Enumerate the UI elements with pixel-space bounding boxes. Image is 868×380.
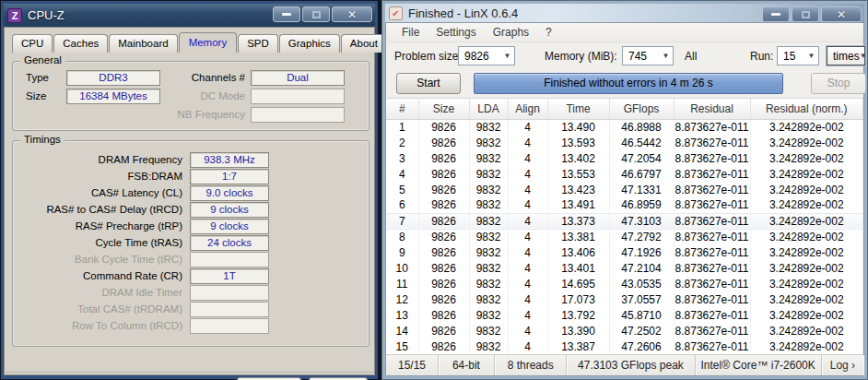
run-combobox[interactable]: 15 ▼ — [777, 46, 819, 65]
linx-toolbar: Problem size: 9826 ▼ Memory (MiB): 745 ▼… — [386, 42, 863, 70]
timing-row: DRAM Frequency938.3 MHz — [13, 152, 369, 169]
tab-cpu[interactable]: CPU — [12, 34, 53, 53]
table-row[interactable]: 298269832413.59346.54428.873627e-0113.24… — [386, 135, 863, 150]
table-row[interactable]: 1098269832413.40147.21048.873627e-0113.2… — [386, 260, 863, 276]
cpuz-close-button[interactable]: ✕ — [332, 6, 372, 22]
timing-row: Bank Cycle Time (tRC) — [13, 252, 369, 268]
table-cell: 8.873627e-011 — [674, 150, 750, 166]
table-cell: 8 — [386, 229, 418, 244]
table-cell: 17.073 — [547, 291, 609, 307]
table-cell: 3.242892e-002 — [750, 323, 863, 338]
cpuz-minimize-button[interactable] — [273, 6, 300, 22]
table-row[interactable]: 898269832413.38147.27928.873627e-0113.24… — [386, 229, 863, 244]
timing-row: Row To Column (tRCD) — [13, 318, 369, 335]
table-cell: 5 — [386, 182, 418, 197]
table-cell: 3.242892e-002 — [750, 150, 863, 166]
column-header[interactable]: Time — [547, 99, 609, 119]
close-icon: ✕ — [837, 9, 846, 20]
timing-row: RAS# to CAS# Delay (tRCD)9 clocks — [13, 202, 369, 219]
table-row[interactable]: 698269832413.49146.89598.873627e-0113.24… — [386, 197, 863, 213]
column-header[interactable]: Residual — [674, 99, 750, 119]
linx-close-button[interactable]: ✕ — [821, 6, 862, 22]
linx-maximize-button[interactable] — [792, 6, 819, 22]
timing-value — [190, 285, 269, 301]
menu-file[interactable]: File — [393, 26, 428, 39]
start-button[interactable]: Start — [396, 73, 461, 94]
tab-mainboard[interactable]: Mainboard — [109, 34, 177, 53]
problem-size-combobox[interactable]: 9826 ▼ — [458, 46, 515, 65]
table-row[interactable]: 798269832413.37347.31038.873627e-0113.24… — [386, 213, 863, 229]
table-cell: 45.8710 — [609, 307, 674, 323]
table-cell: 12 — [386, 291, 418, 307]
table-cell: 11 — [386, 276, 418, 291]
table-cell: 3.242892e-002 — [750, 213, 863, 229]
table-row[interactable]: 1298269832417.07337.05578.873627e-0113.2… — [386, 291, 863, 307]
linx-client-area: FileSettingsGraphs? Problem size: 9826 ▼… — [385, 22, 864, 376]
column-header[interactable]: GFlops — [609, 99, 674, 119]
table-row[interactable]: 1498269832413.39047.25028.873627e-0113.2… — [386, 323, 863, 338]
general-groupbox: General Type DDR3 Channels # Dual Size 1… — [12, 61, 369, 131]
log-button[interactable]: Log › — [822, 355, 863, 375]
timing-value: 9 clocks — [190, 219, 269, 234]
cpuz-titlebar[interactable]: Z CPU-Z ✕ — [4, 4, 375, 27]
table-cell: 4 — [508, 244, 547, 260]
tab-about[interactable]: About — [341, 34, 387, 53]
channels-label: Channels # — [151, 70, 245, 86]
linx-menubar: FileSettingsGraphs? — [386, 23, 863, 42]
table-cell: 9832 — [469, 260, 508, 276]
linx-minimize-button[interactable] — [762, 6, 790, 22]
table-cell: 4 — [508, 150, 547, 166]
table-cell: 9826 — [418, 260, 469, 276]
table-cell: 13.490 — [547, 119, 609, 135]
tab-memory[interactable]: Memory — [179, 32, 238, 53]
timing-row: DRAM Idle Timer — [13, 285, 369, 302]
table-cell: 9832 — [469, 182, 508, 197]
menu-graphs[interactable]: Graphs — [485, 26, 537, 39]
results-table: #SizeLDAAlignTimeGFlopsResidualResidual … — [386, 99, 863, 354]
table-cell: 9826 — [418, 150, 469, 166]
tab-caches[interactable]: Caches — [53, 34, 108, 53]
column-header[interactable]: LDA — [469, 99, 508, 119]
table-row[interactable]: 198269832413.49046.89888.873627e-0113.24… — [386, 119, 863, 135]
cpuz-window-title: CPU-Z — [28, 8, 65, 22]
general-legend: General — [20, 54, 65, 65]
table-cell: 8.873627e-011 — [674, 291, 750, 307]
table-row[interactable]: 1398269832413.79245.87108.873627e-0113.2… — [386, 307, 863, 323]
timing-label: Row To Column (tRCD) — [13, 318, 182, 334]
menu-help[interactable]: ? — [537, 26, 560, 39]
stop-button[interactable]: Stop — [811, 73, 866, 94]
table-cell: 8.873627e-011 — [674, 276, 750, 291]
table-cell: 46.8988 — [609, 119, 674, 135]
table-row[interactable]: 998269832413.40647.19268.873627e-0113.24… — [386, 244, 863, 260]
table-row[interactable]: 598269832413.42347.13318.873627e-0113.24… — [386, 182, 863, 197]
table-cell: 9832 — [469, 135, 508, 150]
times-combobox[interactable]: times ▼ — [827, 46, 865, 65]
table-row[interactable]: 1198269832414.69543.05358.873627e-0113.2… — [386, 276, 863, 291]
table-cell: 9826 — [418, 244, 469, 260]
table-row[interactable]: 1598269832413.38747.26068.873627e-0113.2… — [386, 338, 863, 354]
table-cell: 4 — [508, 338, 547, 354]
cpuz-maximize-button[interactable] — [302, 6, 330, 22]
column-header[interactable]: # — [386, 99, 418, 119]
table-cell: 4 — [508, 182, 547, 197]
table-cell: 47.2502 — [609, 323, 674, 338]
table-cell: 9832 — [469, 150, 508, 166]
table-cell: 9832 — [469, 213, 508, 229]
table-row[interactable]: 498269832413.55346.67978.873627e-0113.24… — [386, 166, 863, 182]
linx-titlebar[interactable]: ✔ Finished - LinX 0.6.4 ✕ — [385, 4, 864, 22]
column-header[interactable]: Size — [418, 99, 469, 119]
table-cell: 47.2054 — [609, 150, 674, 166]
table-cell: 9832 — [469, 197, 508, 213]
column-header[interactable]: Align — [508, 99, 547, 119]
column-header[interactable]: Residual (norm.) — [750, 99, 863, 119]
tab-spd[interactable]: SPD — [238, 34, 278, 53]
memory-combobox[interactable]: 745 ▼ — [622, 46, 674, 65]
linx-window: ✔ Finished - LinX 0.6.4 ✕ FileSettingsGr… — [381, 0, 868, 380]
progress-bar: Finished without errors in 4 m 26 s — [474, 73, 783, 94]
menu-settings[interactable]: Settings — [428, 26, 484, 39]
table-row[interactable]: 398269832413.40247.20548.873627e-0113.24… — [386, 150, 863, 166]
table-cell: 9832 — [469, 276, 508, 291]
tab-graphics[interactable]: Graphics — [279, 34, 340, 53]
results-header-row: #SizeLDAAlignTimeGFlopsResidualResidual … — [386, 99, 863, 119]
table-cell: 8.873627e-011 — [674, 213, 750, 229]
